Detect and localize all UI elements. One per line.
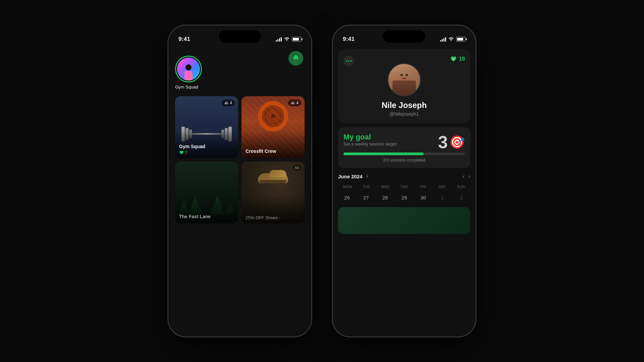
cal-date-29[interactable]: 29	[395, 192, 413, 203]
cal-date-30[interactable]: 30	[414, 192, 432, 203]
time-1: 9:41	[178, 36, 190, 43]
signal-bar-3	[279, 38, 280, 42]
wifi-icon-1	[284, 37, 289, 42]
gym-member-count: 4	[230, 101, 232, 105]
user-avatar-inner	[177, 58, 200, 80]
cal-prev-btn[interactable]: ‹	[463, 173, 464, 179]
battery-icon-1	[292, 37, 301, 42]
cal-label-thu: THU	[395, 185, 414, 189]
person-icon-gym	[224, 101, 228, 105]
phone2-screen: 9:41	[333, 25, 476, 337]
goal-header: My goal Set a weekly session target 3 🎯	[343, 133, 465, 151]
cal-date-2[interactable]: 2	[452, 192, 470, 203]
crossfit-member-count: 4	[296, 101, 299, 105]
gym-squad-likes: 3	[179, 150, 234, 155]
phone-2: 9:41	[332, 25, 476, 337]
chevron-right-icon	[365, 174, 370, 179]
phone-1: 9:41	[168, 25, 312, 337]
group-card-fast-lane[interactable]: The Fast Lane	[175, 162, 238, 224]
cal-label-sat: SAT	[432, 185, 451, 189]
dynamic-island-1	[219, 30, 261, 43]
member-count-gym: 4	[222, 100, 235, 106]
goal-emoji-section: 3 🎯	[438, 133, 465, 151]
heart-check-icon-gym	[179, 150, 184, 155]
goal-target-number: 3	[438, 133, 448, 151]
ad-chevron: ›	[279, 216, 280, 220]
feed-content: Gym Squad	[168, 49, 311, 224]
user-name-label: Gym Squad	[175, 84, 198, 89]
groups-grid: 4 Gym Squad 3	[175, 96, 305, 224]
ad-text: 25% OFF Shoes ›	[246, 215, 301, 220]
group-card-crossfit[interactable]: 4 Crossfit Crew	[241, 96, 305, 158]
goal-card: My goal Set a weekly session target 3 🎯 …	[338, 127, 470, 168]
member-count-crossfit: 4	[288, 100, 301, 106]
profile-avatar-large	[387, 63, 421, 97]
cal-date-1[interactable]: 1	[433, 192, 451, 203]
fast-lane-title: The Fast Lane	[179, 214, 234, 219]
gym-squad-info: Gym Squad 3	[179, 144, 234, 155]
status-icons-2	[440, 36, 466, 42]
preview-card-bg	[338, 207, 470, 234]
avatar-figure	[184, 64, 193, 80]
cal-date-27[interactable]: 27	[357, 192, 375, 203]
signal-icon-1	[276, 37, 282, 42]
user-profile-section: Gym Squad	[175, 56, 305, 89]
goal-title: My goal	[343, 133, 396, 141]
goal-subtitle: Set a weekly session target	[343, 141, 396, 146]
cal-date-28[interactable]: 28	[376, 192, 394, 203]
profile-name: Nile Joseph	[382, 101, 427, 110]
ad-title: 25% OFF Shoes	[246, 215, 278, 220]
progress-bar-fill	[343, 153, 424, 155]
calendar-month: June 2024	[338, 174, 370, 179]
phone1-screen: 9:41	[168, 25, 311, 337]
dot-2	[348, 60, 350, 62]
calendar-header: June 2024 ‹ ›	[338, 173, 470, 179]
calendar-days-header: MON TUE WED THU FRI SAT SUN	[338, 185, 470, 189]
progress-bar-container	[343, 153, 465, 155]
notification-bell[interactable]	[288, 51, 303, 66]
heart-count-section: 19	[450, 56, 465, 62]
signal-bar-2	[277, 39, 278, 42]
battery-fill-1	[293, 38, 299, 41]
target-emoji: 🎯	[449, 136, 465, 148]
preview-card-bottom	[338, 207, 470, 234]
ad-info: 25% OFF Shoes ›	[246, 215, 301, 220]
profile-handle: @Nilejoseph1	[389, 111, 419, 117]
cal-label-sun: SUN	[451, 185, 470, 189]
signal-bar-4	[281, 37, 282, 42]
heart-check-icon	[450, 56, 457, 62]
signal-bar-1	[276, 40, 277, 42]
status-icons-1	[276, 37, 301, 42]
calendar-nav: ‹ ›	[463, 173, 470, 179]
dynamic-island-2	[383, 30, 425, 43]
user-avatar-ring[interactable]	[175, 56, 202, 82]
cal-label-tue: TUE	[357, 185, 376, 189]
group-card-ad[interactable]: Ad 25% OFF Shoes ›	[241, 162, 305, 224]
bell-icon	[292, 55, 300, 62]
ad-label: Ad	[295, 166, 299, 170]
battery-icon-2	[456, 37, 466, 42]
wifi-icon-2	[448, 36, 454, 42]
fast-lane-info: The Fast Lane	[179, 214, 234, 220]
time-2: 9:41	[343, 36, 355, 43]
heart-count-value: 19	[459, 56, 465, 62]
profile-top-section: 19	[338, 49, 470, 123]
crossfit-title: Crossfit Crew	[246, 148, 301, 154]
group-card-gym-squad[interactable]: 4 Gym Squad 3	[175, 96, 238, 158]
phones-container: 9:41	[168, 25, 476, 337]
cal-date-26[interactable]: 26	[338, 192, 356, 203]
calendar-section: June 2024 ‹ › MON TUE WED THU FRI SAT SU…	[338, 173, 470, 203]
profile-center: Nile Joseph @Nilejoseph1	[343, 63, 465, 117]
person-icon-crossfit	[291, 101, 295, 105]
progress-text: 2/3 sessions completed	[343, 158, 465, 163]
ad-badge: Ad	[293, 165, 301, 170]
cal-label-mon: MON	[338, 185, 357, 189]
goal-left: My goal Set a weekly session target	[343, 133, 396, 151]
dot-3	[351, 60, 352, 62]
calendar-month-text: June 2024	[338, 174, 363, 179]
three-dots-button[interactable]	[343, 56, 354, 66]
dot-1	[346, 60, 347, 62]
cal-next-btn[interactable]: ›	[469, 173, 470, 179]
calendar-dates: 26 27 28 29 30 1 2	[338, 192, 470, 203]
signal-icon-2	[440, 37, 446, 42]
